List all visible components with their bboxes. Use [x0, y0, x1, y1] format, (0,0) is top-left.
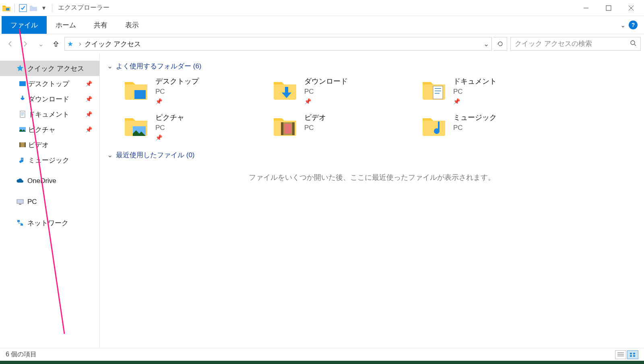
pin-icon: 📌: [85, 96, 92, 102]
svg-rect-0: [6, 8, 9, 10]
section-frequent-folders[interactable]: ⌄ よく使用するフォルダー (6): [107, 62, 637, 71]
desktop-icon: [19, 80, 27, 88]
sidebar-item-label: ネットワーク: [27, 218, 68, 228]
folder-picture-icon: [123, 113, 149, 138]
folder-name: ドキュメント: [453, 76, 497, 86]
video-icon: [19, 141, 27, 149]
sidebar-item-documents[interactable]: ドキュメント 📌: [0, 107, 99, 122]
sidebar-item-pictures[interactable]: ピクチャ 📌: [0, 122, 99, 137]
folder-music-icon: [421, 113, 447, 138]
pin-icon: 📌: [304, 98, 348, 105]
svg-rect-11: [19, 204, 21, 205]
folder-name: ミュージック: [453, 113, 497, 122]
tab-file[interactable]: ファイル: [2, 16, 47, 34]
maximize-button[interactable]: [597, 0, 620, 16]
pc-icon: [16, 198, 24, 206]
svg-rect-4: [19, 81, 26, 86]
folder-item-downloads[interactable]: ダウンロード PC 📌: [272, 76, 409, 105]
sidebar-item-videos[interactable]: ビデオ: [0, 137, 99, 152]
svg-rect-12: [17, 220, 20, 222]
tab-home[interactable]: ホーム: [47, 16, 85, 34]
svg-rect-2: [606, 6, 611, 10]
sidebar-item-downloads[interactable]: ダウンロード 📌: [0, 91, 99, 107]
svg-rect-14: [134, 90, 146, 99]
back-button[interactable]: [3, 37, 17, 51]
svg-rect-22: [633, 353, 635, 354]
qat-dropdown-icon[interactable]: ▾: [39, 3, 49, 13]
content-area: ⌄ よく使用するフォルダー (6) デスクトップ PC 📌 ダウンロ: [100, 53, 644, 348]
folder-item-music[interactable]: ミュージック PC: [421, 113, 558, 141]
folder-sub: PC: [453, 124, 497, 132]
address-path[interactable]: クイック アクセス: [85, 39, 141, 49]
folder-item-videos[interactable]: ビデオ PC: [272, 113, 409, 141]
sidebar-item-label: ピクチャ: [28, 125, 56, 134]
sidebar-item-label: ミュージック: [28, 156, 69, 165]
refresh-button[interactable]: [493, 37, 507, 51]
separator: [52, 4, 52, 12]
quick-access-star-icon: ★: [67, 40, 73, 48]
sidebar-item-label: OneDrive: [27, 177, 56, 185]
recent-locations-dropdown[interactable]: ⌄: [34, 37, 47, 51]
sidebar-item-label: デスクトップ: [28, 79, 69, 88]
picture-icon: [19, 125, 27, 134]
folder-sub: PC: [304, 88, 348, 96]
svg-rect-13: [21, 224, 23, 226]
details-view-button[interactable]: [615, 350, 626, 359]
sidebar-onedrive[interactable]: OneDrive: [0, 173, 99, 189]
close-button[interactable]: [620, 0, 642, 16]
sidebar-network[interactable]: ネットワーク: [0, 215, 99, 230]
folder-item-desktop[interactable]: デスクトップ PC 📌: [123, 76, 260, 105]
svg-rect-15: [433, 86, 443, 99]
folder-item-documents[interactable]: ドキュメント PC 📌: [421, 76, 558, 105]
folder-item-pictures[interactable]: ピクチャ PC 📌: [123, 113, 260, 141]
svg-rect-21: [630, 353, 632, 354]
folder-document-icon: [421, 76, 447, 102]
properties-quick-icon[interactable]: [18, 3, 28, 13]
cloud-icon: [16, 177, 24, 185]
item-count: 6 個の項目: [6, 350, 37, 359]
sidebar-item-desktop[interactable]: デスクトップ 📌: [0, 76, 99, 91]
pin-icon: 📌: [85, 80, 92, 87]
empty-recent-message: ファイルをいくつか開いた後、ここに最近使ったファイルが表示されます。: [107, 173, 637, 182]
address-bar[interactable]: ★ › クイック アクセス ⌄: [64, 37, 492, 51]
tab-share[interactable]: 共有: [85, 16, 116, 34]
help-button[interactable]: ?: [629, 21, 638, 29]
sidebar-item-music[interactable]: ミュージック: [0, 152, 99, 168]
folder-sub: PC: [304, 124, 326, 132]
folder-grid: デスクトップ PC 📌 ダウンロード PC 📌: [123, 76, 637, 141]
search-icon[interactable]: [630, 40, 636, 48]
search-input[interactable]: [515, 40, 630, 48]
status-bar: 6 個の項目: [0, 348, 644, 361]
window-title: エクスプローラー: [58, 4, 109, 12]
address-dropdown-icon[interactable]: ⌄: [483, 40, 489, 48]
ribbon-collapse-icon[interactable]: ⌄: [620, 21, 625, 29]
folder-desktop-icon: [123, 76, 149, 102]
taskbar-strip: [0, 361, 644, 364]
body: クイック アクセス デスクトップ 📌 ダウンロード 📌 ドキュメント 📌 ピクチ…: [0, 53, 644, 348]
pin-icon: 📌: [85, 126, 92, 133]
explorer-icon: [2, 3, 11, 13]
sidebar: クイック アクセス デスクトップ 📌 ダウンロード 📌 ドキュメント 📌 ピクチ…: [0, 53, 100, 348]
sidebar-quick-access[interactable]: クイック アクセス: [0, 61, 99, 76]
tab-view[interactable]: 表示: [116, 16, 148, 34]
up-button[interactable]: [49, 37, 63, 51]
minimize-button[interactable]: [575, 0, 597, 16]
folder-sub: PC: [155, 88, 199, 96]
address-row: ⌄ ★ › クイック アクセス ⌄: [0, 34, 644, 53]
svg-rect-8: [19, 142, 21, 147]
large-icons-view-button[interactable]: [627, 350, 638, 359]
download-icon: [19, 95, 27, 103]
folder-sub: PC: [453, 88, 497, 96]
folder-download-icon: [272, 76, 298, 102]
title-bar-left: ▾ エクスプローラー: [2, 3, 109, 13]
forward-button[interactable]: [19, 37, 32, 51]
star-icon: [16, 64, 24, 72]
new-folder-quick-icon[interactable]: [29, 3, 38, 13]
search-box[interactable]: [510, 37, 641, 51]
breadcrumb-separator-icon: ›: [79, 40, 81, 48]
pin-icon: 📌: [155, 98, 199, 105]
sidebar-pc[interactable]: PC: [0, 194, 99, 210]
sidebar-item-label: PC: [27, 198, 37, 206]
section-recent-files[interactable]: ⌄ 最近使用したファイル (0): [107, 150, 637, 160]
separator: [14, 4, 15, 12]
